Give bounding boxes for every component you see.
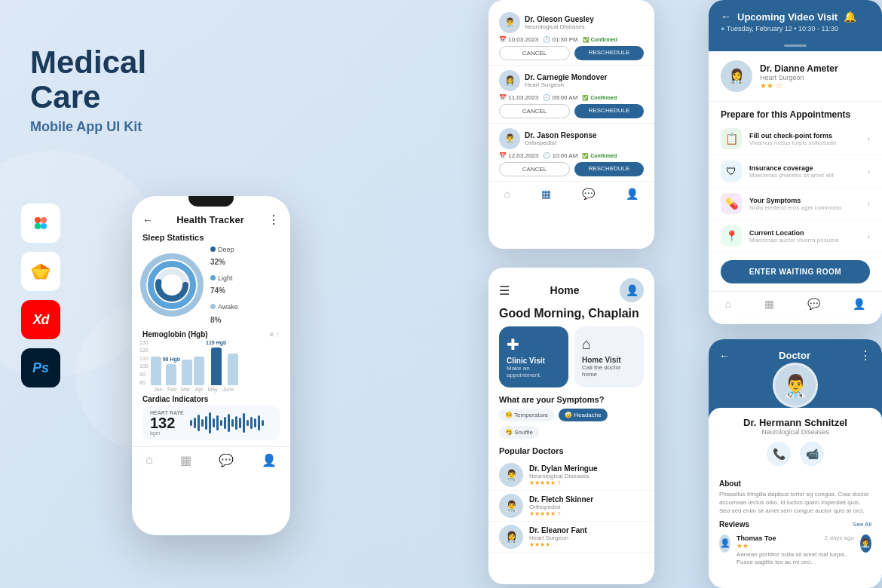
nav-chat-icon[interactable]: 💬 [219,453,234,467]
prepare-sub-2: Maecenas pharetra sit amet elit [749,172,834,179]
user-avatar[interactable]: 👤 [620,278,644,302]
reviewer-name-1: Thomas Toe [737,534,776,542]
clinic-visit-card[interactable]: ✚ Clinic Visit Make an appointment. [499,326,568,387]
popular-doc-avatar-1: 👨‍⚕️ [499,463,523,487]
popular-doctor-2[interactable]: 👨‍⚕️ Dr. Fletch Skinner Orthopedist ★★★★… [488,491,654,522]
appt-nav-calendar[interactable]: ▦ [541,188,551,200]
doctor-menu-icon[interactable]: ⋮ [859,348,871,363]
bar-mar [182,360,192,385]
reviewer-time-1: 2 days ago [825,534,854,541]
appt-nav-chat[interactable]: 💬 [582,188,595,200]
upcoming-nav-home[interactable]: ⌂ [725,298,731,310]
light-value: 74% [210,286,225,295]
menu-dots-icon[interactable]: ⋮ [268,213,280,227]
home-icon: ⌂ [582,335,636,353]
figma-icon[interactable] [21,204,60,243]
back-icon[interactable]: ← [721,11,731,23]
sleep-circles-section: Deep32% Light74% Awake8% [132,243,290,327]
bar-grid: 98 Hgb 119 Hgb [151,340,239,385]
heart-rate-value: 132 [150,415,184,430]
doctor-specialty-3: Orthopedist [525,139,597,146]
doctor-name-3: Dr. Jason Response [525,131,597,139]
appt-date-3: 📅 12.03.2023 [499,152,538,159]
may-label: 119 Hgb [206,340,226,345]
appt-time-3: 🕙 10:00 AM [543,152,577,159]
upcoming-nav-calendar[interactable]: ▦ [764,298,774,310]
cancel-button-2[interactable]: CANCEL [499,104,570,118]
health-tracker-title: Health Tracker [153,214,268,225]
sketch-icon[interactable] [21,252,60,291]
sleep-legend: Deep32% Light74% Awake8% [210,243,238,327]
home-greeting: Good Morning, Chaplain [488,307,654,326]
prepare-item-1[interactable]: 📋 Fill out check-point forms Vivamus met… [709,123,882,155]
back-button[interactable]: ← [142,214,153,226]
upcoming-doctor-row: 👩‍⚕️ Dr. Dianne Ameter Heart Surgeon ★★ … [709,51,882,102]
appt-nav-home[interactable]: ⌂ [504,188,510,200]
upcoming-date: ● Tuesday, February 12 • 10:30 - 11:30 [721,25,856,32]
chevron-icon-2: › [868,167,870,176]
cancel-button-1[interactable]: CANCEL [499,46,570,60]
y-axis-labels: 1301201101009080 [139,340,149,385]
reschedule-button-3[interactable]: RESCHEDULE [574,162,644,176]
prepare-info-4: Current Location Maecenas auctor viverra… [749,229,839,243]
prepare-item-2[interactable]: 🛡 Insurance coverage Maecenas pharetra s… [709,155,882,188]
reviewer-avatar-1: 👤 [719,534,730,553]
reschedule-button-1[interactable]: RESCHEDULE [574,46,644,60]
tool-icons-list: Xd Ps [21,204,60,387]
health-tracker-phone: ← Health Tracker ⋮ Sleep Statistics Deep… [132,196,290,535]
appt-buttons-2: CANCEL RESCHEDULE [499,104,644,118]
reschedule-button-2[interactable]: RESCHEDULE [574,104,644,118]
xd-icon[interactable]: Xd [21,300,60,339]
phone-button[interactable]: 📞 [767,442,791,466]
prepare-title-2: Insurance coverage [749,164,834,172]
popular-doc-specialty-1: Neurological Diseases [529,473,598,479]
doctor-info-1: Dr. Oleson Guesley Neurological Diseases [525,15,594,30]
appt-time-1: 🕐 01:30 PM [543,36,577,43]
reviews-header: Reviews See All [709,516,882,531]
bell-icon[interactable]: 🔔 [844,11,856,23]
hemoglobin-title: Hemoglobin (Hgb) [142,330,208,338]
ps-icon[interactable]: Ps [21,348,60,387]
doctor-header: ← Doctor ⋮ [709,339,882,363]
svg-rect-0 [35,217,41,223]
doctor-back-icon[interactable]: ← [719,350,730,362]
appt-details-3: 📅 12.03.2023 🕙 10:00 AM ✅ Confirmed [499,152,644,159]
doctor-avatar-2: 👩‍⚕️ [499,70,520,91]
symptom-headache[interactable]: 🤕 Headache [559,409,608,421]
appt-buttons-3: CANCEL RESCHEDULE [499,162,644,176]
popular-doc-stars-3: ★★★★ [529,541,587,548]
cancel-button-3[interactable]: CANCEL [499,162,570,176]
see-all-button[interactable]: See All [853,521,871,528]
reviewer-text-1: Aenean porttitor nulla sit amet mal turp… [737,551,854,567]
home-visit-card[interactable]: ⌂ Home Visit Call the doctor home [574,326,644,387]
popular-doc-specialty-3: Heart Surgeon [529,534,587,541]
sleep-section-title: Sleep Statistics [132,230,290,243]
svg-point-4 [41,223,47,229]
upcoming-doc-info: Dr. Dianne Ameter Heart Surgeon ★★ ☆ [760,63,838,90]
video-button[interactable]: 📹 [800,442,824,466]
brand-panel: Medical Care Mobile App UI Kit [30,45,196,135]
popular-doctor-1[interactable]: 👨‍⚕️ Dr. Dylan Meringue Neurological Dis… [488,460,654,491]
nav-home-icon[interactable]: ⌂ [145,453,153,467]
symptom-temperature[interactable]: 🤒 Temperature [499,409,554,421]
upcoming-nav-profile[interactable]: 👤 [853,298,865,310]
brand-title: Medical Care [30,45,196,115]
hamburger-icon[interactable]: ☰ [499,283,510,298]
enter-waiting-room-button[interactable]: ENTER WAITING ROOM [721,260,870,283]
upcoming-doc-name: Dr. Dianne Ameter [760,63,838,74]
reviewer-response-avatar: 👩‍⚕️ [860,534,871,553]
upcoming-nav-chat[interactable]: 💬 [807,298,820,310]
popular-doctor-3[interactable]: 👩‍⚕️ Dr. Eleanor Fant Heart Surgeon ★★★★ [488,522,654,553]
bar-june [228,354,238,385]
hemoglobin-header: Hemoglobin (Hgb) ≡ ↑ [132,327,290,340]
prepare-sub-1: Vivamus metus turpis sollicitudin [749,139,836,146]
cardiac-card: HEART RATE 132 bpm [142,406,280,440]
symptom-snuffle[interactable]: 🤧 Snuffle [499,426,539,439]
prepare-item-4[interactable]: 📍 Current Location Maecenas auctor viver… [709,220,882,253]
appt-buttons-1: CANCEL RESCHEDULE [499,46,644,60]
prepare-item-3[interactable]: 💊 Your Symptoms Nulla eleifend eros ager… [709,188,882,220]
nav-profile-icon[interactable]: 👤 [262,453,277,467]
appt-nav-profile[interactable]: 👤 [626,188,639,200]
popular-doc-specialty-2: Orthopedist [529,504,593,510]
nav-calendar-icon[interactable]: ▦ [180,453,191,467]
